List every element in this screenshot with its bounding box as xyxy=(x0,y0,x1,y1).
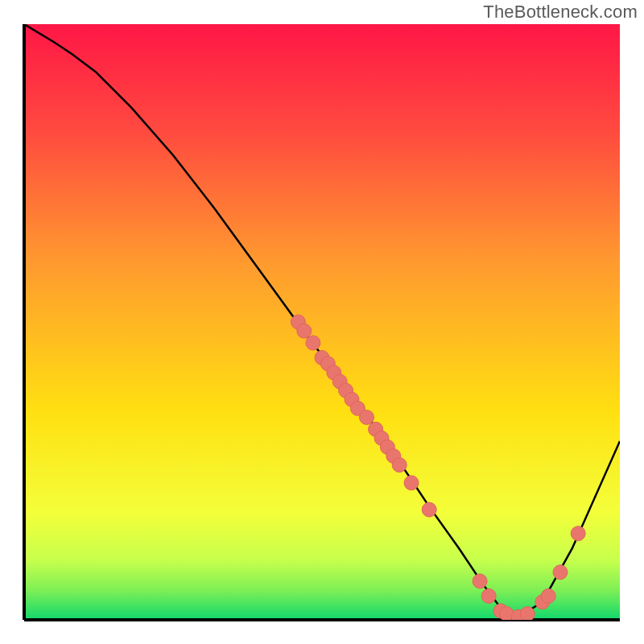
data-point xyxy=(392,458,407,473)
data-point xyxy=(360,410,374,424)
chart-stage: TheBottleneck.com xyxy=(0,0,644,644)
data-point xyxy=(404,476,419,490)
data-point xyxy=(520,607,535,621)
data-point xyxy=(571,526,585,541)
data-point xyxy=(297,324,312,338)
data-point xyxy=(541,588,555,603)
data-point xyxy=(481,588,496,603)
data-point xyxy=(553,565,568,580)
data-point xyxy=(422,502,436,517)
plot-background xyxy=(24,24,620,620)
bottleneck-chart xyxy=(0,0,644,644)
data-point xyxy=(473,574,487,588)
data-point xyxy=(306,336,320,350)
watermark-text: TheBottleneck.com xyxy=(483,2,638,23)
